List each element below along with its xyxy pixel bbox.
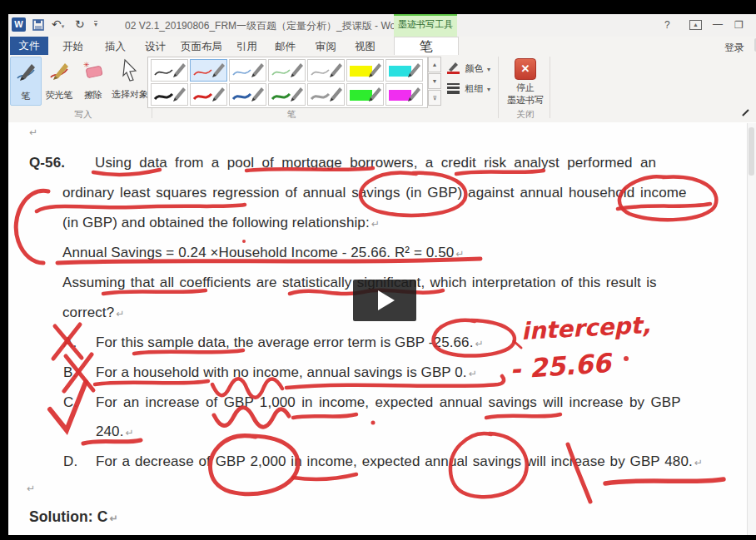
black-thick-pen-swatch[interactable] (151, 83, 188, 106)
cyan-highlighter-icon (386, 60, 422, 81)
pen-gallery (147, 57, 428, 108)
group-separator (550, 57, 550, 118)
lightgreen-thin-pen-swatch[interactable] (268, 59, 306, 82)
tab-review[interactable]: 审阅 (316, 40, 336, 54)
black-thin-pen-swatch[interactable] (151, 59, 188, 82)
red-thick-pen-swatch[interactable] (190, 83, 227, 106)
red-thin-pen-swatch[interactable] (190, 59, 227, 82)
gallery-more-icon[interactable]: ⊽ (428, 90, 441, 106)
qat-customize-icon[interactable]: ▾ (94, 21, 97, 28)
tab-references[interactable]: 引用 (236, 40, 257, 54)
cyan-highlighter-swatch[interactable] (385, 59, 423, 82)
close-group-label: 关闭 (500, 109, 550, 121)
thickness-dropdown-arrow: ▾ (487, 86, 490, 93)
black-thick-pen-icon (152, 84, 187, 105)
stop-inking-x-icon: ✕ (515, 58, 536, 80)
video-play-button[interactable] (353, 280, 416, 321)
gallery-scroll-up-icon[interactable]: ▲ (428, 57, 441, 72)
yellow-highlighter-swatch[interactable] (346, 59, 384, 82)
left-letterbox (0, 0, 8, 540)
question-number: Q-56. (29, 155, 65, 171)
window-title: 02 V2.1_20190806_FRM一级百题（定量分析）_授课版 - Wor… (125, 19, 405, 33)
top-letterbox (0, 0, 756, 14)
option-d-label: D. (63, 453, 77, 470)
thickness-label: 粗细 (465, 83, 483, 93)
lightblue-thin-pen-swatch[interactable] (229, 59, 266, 82)
gray-thin-pen-swatch[interactable] (307, 59, 345, 82)
color-label: 颜色 (465, 63, 483, 73)
redo-icon[interactable]: ↻ (75, 17, 85, 31)
red-thin-pen-icon (191, 60, 226, 81)
ink-tools-contextual-header: 墨迹书写工具 (394, 14, 457, 37)
green-thick-pen-icon (269, 84, 305, 105)
group-separator (498, 57, 499, 118)
title-bar: W ↶▾ ↻ ▾ 02 V2.1_20190806_FRM一级百题（定量分析）_… (8, 14, 756, 37)
black-thin-pen-icon (152, 60, 187, 81)
question-line-3: (in GBP) and obtained the following rela… (62, 215, 380, 231)
tab-file[interactable]: 文件 (10, 37, 48, 55)
minimize-button[interactable]: — (713, 18, 723, 30)
thickness-button[interactable]: 粗细 ▾ (446, 80, 490, 95)
help-icon[interactable]: ? (664, 19, 670, 31)
question-line-2: ordinary least squares regression of ann… (62, 185, 687, 201)
question-line-6: correct?↵ (62, 305, 124, 321)
restore-button[interactable]: ❐ (734, 19, 744, 31)
ribbon-tab-row: 文件 开始 插入 设计 页面布局 引用 邮件 审阅 视图 笔 登录 (8, 37, 756, 55)
pen-group-label: 笔 (266, 109, 316, 121)
stop-inking-button[interactable]: ✕ 停止 墨迹书写 (505, 58, 546, 110)
thickness-lines-icon (446, 82, 461, 95)
ribbon-display-options-icon[interactable]: ▲ (689, 20, 702, 30)
option-b-text: For a household with no income, annual s… (96, 364, 477, 381)
option-c-text: For an increase of GBP 1,000 in income, … (96, 394, 681, 411)
scrollbar-track[interactable] (747, 123, 756, 535)
option-a-label: A. (63, 334, 77, 351)
color-button[interactable]: 颜色 ▾ (446, 60, 490, 75)
lightgreen-thin-pen-icon (269, 60, 305, 81)
green-highlighter-swatch[interactable] (346, 83, 384, 106)
eraser-button[interactable]: ✳ 擦除 (78, 57, 108, 104)
tab-pen-active[interactable]: 笔 (394, 37, 459, 56)
tab-insert[interactable]: 插入 (105, 40, 126, 54)
tab-mailings[interactable]: 邮件 (275, 40, 296, 54)
blue-thick-pen-icon (230, 84, 266, 105)
pen-tool-label: 笔 (11, 90, 41, 102)
stop-inking-label-1: 停止 (505, 82, 546, 94)
pen-tool-button[interactable]: 笔 (10, 57, 42, 106)
tab-design[interactable]: 设计 (145, 40, 166, 54)
option-d-text: For a decrease of GBP 2,000 in income, e… (96, 453, 703, 470)
highlighter-button[interactable]: 荧光笔 (42, 57, 76, 104)
svg-text:✳: ✳ (83, 61, 90, 69)
option-c-label: C. (63, 394, 77, 411)
scrollbar-thumb[interactable] (749, 127, 754, 176)
gallery-scroll-down-icon[interactable]: ▼ (428, 73, 441, 89)
color-dropdown-arrow: ▾ (487, 66, 490, 73)
option-c-text-2: 240.↵ (96, 424, 134, 440)
pilcrow-mark: ↵ (27, 483, 35, 494)
word-logo-icon: W (12, 17, 26, 32)
tab-page-layout[interactable]: 页面布局 (181, 40, 222, 54)
play-icon (378, 290, 395, 310)
sign-in-link[interactable]: 登录 (724, 41, 744, 55)
pen-icon (15, 60, 37, 85)
gray-thick-pen-swatch[interactable] (307, 83, 345, 106)
tab-view[interactable]: 视图 (355, 40, 376, 54)
pen-cursor (742, 109, 755, 122)
blue-thick-pen-swatch[interactable] (229, 83, 266, 106)
save-icon[interactable] (32, 19, 44, 31)
select-objects-label: 选择对象 (110, 88, 150, 101)
magenta-highlighter-swatch[interactable] (385, 83, 423, 106)
green-thick-pen-swatch[interactable] (268, 83, 306, 106)
word-window: W ↶▾ ↻ ▾ 02 V2.1_20190806_FRM一级百题（定量分析）_… (0, 0, 756, 540)
gray-thin-pen-icon (308, 60, 344, 81)
solution-line: Solution: C↵ (29, 508, 118, 526)
eraser-icon: ✳ (82, 59, 105, 84)
tab-home[interactable]: 开始 (62, 40, 83, 54)
select-objects-button[interactable]: 选择对象 (110, 57, 150, 104)
stop-inking-label-2: 墨迹书写 (505, 94, 546, 107)
gray-thick-pen-icon (308, 84, 344, 105)
option-a-text: For this sample data, the average error … (96, 334, 484, 351)
highlighter-label: 荧光笔 (42, 89, 76, 102)
undo-icon[interactable]: ↶▾ (52, 17, 64, 33)
magenta-highlighter-icon (386, 84, 422, 105)
lightblue-thin-pen-icon (230, 60, 266, 81)
